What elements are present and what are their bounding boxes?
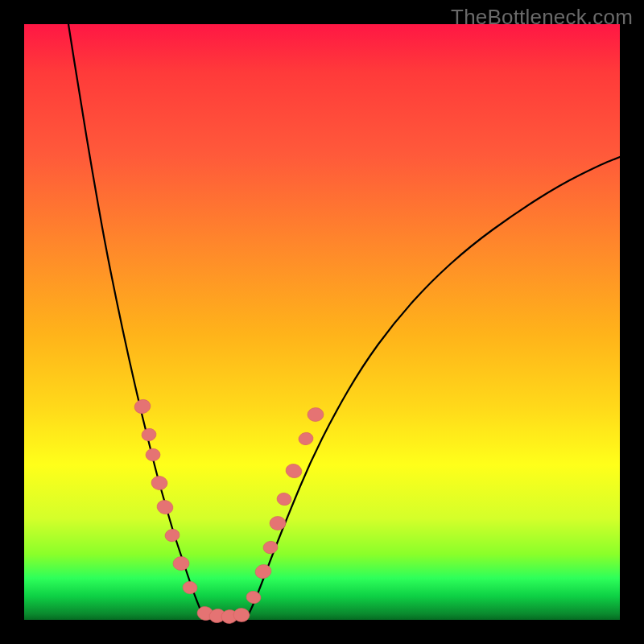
marker-dot xyxy=(141,427,157,442)
marker-dot xyxy=(173,556,190,571)
marker-dot xyxy=(164,528,180,543)
marker-dot xyxy=(155,498,174,515)
marker-dot xyxy=(270,517,286,530)
marker-dot xyxy=(276,492,292,506)
marker-group xyxy=(133,398,324,624)
marker-dot xyxy=(262,540,279,554)
marker-dot xyxy=(133,398,152,415)
marker-dot xyxy=(298,431,314,446)
right-curve-path xyxy=(248,157,620,616)
marker-dot xyxy=(246,590,262,605)
marker-dot xyxy=(233,608,250,622)
curve-layer xyxy=(24,24,620,620)
marker-dot xyxy=(254,563,273,580)
chart-frame: TheBottleneck.com xyxy=(0,0,644,644)
plot-area xyxy=(24,24,620,620)
marker-dot xyxy=(146,448,160,461)
left-curve-path xyxy=(68,24,203,616)
marker-dot xyxy=(308,407,324,422)
marker-dot xyxy=(151,476,168,491)
marker-dot xyxy=(182,581,197,595)
marker-dot xyxy=(284,462,303,479)
